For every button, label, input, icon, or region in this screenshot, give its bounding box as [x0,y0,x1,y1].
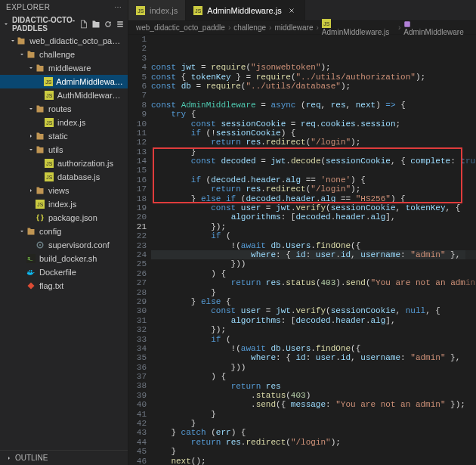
file-item[interactable]: $_build_docker.sh [0,252,128,265]
line-number: 18 [128,194,147,203]
code-line[interactable]: return res [151,382,476,391]
code-line[interactable]: if ( [151,335,476,344]
code-line[interactable]: if (!sessionCookie) { [151,129,476,138]
file-item[interactable]: JSindex.js [0,197,128,211]
file-item[interactable]: flag.txt [0,279,128,293]
code-line[interactable]: where: { id: user.id, username: "admin" … [151,250,476,259]
chevron-down-icon [27,106,35,112]
code-line[interactable]: return res.redirect("/login"); [151,138,476,147]
breadcrumb-item[interactable]: web_didactic_octo_paddle [136,23,225,32]
line-number: 33 [128,335,147,344]
code-line[interactable]: } catch (err) { [151,428,476,437]
code-line[interactable]: algorithms: [decoded.header.alg], [151,212,476,222]
file-item[interactable]: JSindex.js [0,116,128,129]
file-item[interactable]: JSAuthMiddleware.js [0,88,128,102]
code-line[interactable]: } [151,288,476,297]
code-line[interactable]: const jwt = require("jsonwebtoken"); [151,63,476,72]
more-icon[interactable]: ⋯ [114,3,122,11]
code-content[interactable]: const jwt = require("jsonwebtoken");cons… [151,35,476,465]
code-line[interactable]: .status(403) [151,391,476,400]
code-line[interactable]: return res.redirect("/login"); [151,184,476,194]
new-file-icon[interactable] [79,20,88,29]
breadcrumb-item[interactable]: JSAdminMiddleware.js [322,19,395,36]
minimap[interactable] [465,35,476,465]
code-line[interactable]: } [151,410,476,419]
code-line[interactable]: if (decoded.header.alg == 'none') { [151,175,476,184]
folder-item[interactable]: utils [0,143,128,157]
close-icon[interactable] [286,5,297,16]
folder-item[interactable]: challenge [0,48,128,61]
file-item[interactable]: Dockerfile [0,265,128,279]
code-line[interactable]: const sessionCookie = req.cookies.sessio… [151,119,476,129]
code-line[interactable]: ) { [151,269,476,278]
code-line[interactable]: where: { id: user.id, username: "admin" … [151,353,476,362]
folder-icon [17,36,27,46]
code-line[interactable]: return res.redirect("/login"); [151,438,476,447]
folder-icon [26,49,36,60]
tree-item-label: middleware [48,64,91,73]
code-line[interactable] [151,91,476,100]
line-number: 10 [128,119,147,129]
code-line[interactable]: const db = require("../utils/database"); [151,82,476,91]
collapse-icon[interactable] [116,20,125,29]
line-number: 40 [128,400,147,409]
file-item[interactable]: package.json [0,211,128,225]
breadcrumb-item[interactable]: challenge [233,23,266,32]
code-line[interactable]: const AdminMiddleware = async (req, res,… [151,101,476,110]
svg-text:$_: $_ [28,256,33,261]
breadcrumb-item[interactable]: AdminMiddleware [403,19,468,36]
file-item[interactable]: JSauthorization.js [0,157,128,170]
folder-item[interactable]: middleware [0,61,128,75]
refresh-icon[interactable] [104,20,113,29]
file-item[interactable]: supervisord.conf [0,238,128,252]
outline-section[interactable]: OUTLINE [0,450,128,465]
code-line[interactable]: ) { [151,372,476,381]
breadcrumb-item[interactable]: middleware [274,23,313,32]
code-line[interactable]: const user = jwt.verify(sessionCookie, t… [151,203,476,212]
code-line[interactable]: .send({ message: "You are not an admin" … [151,400,476,409]
code-line[interactable]: }); [151,325,476,334]
line-number: 42 [128,419,147,428]
code-line[interactable]: } else if (decoded.header.alg == "HS256"… [151,194,476,203]
code-line[interactable]: const user = jwt.verify(sessionCookie, n… [151,306,476,315]
json-icon [35,212,45,223]
code-line[interactable]: }); [151,222,476,231]
code-line[interactable]: !(await db.Users.findOne({ [151,344,476,353]
folder-item[interactable]: config [0,225,128,238]
code-line[interactable]: algorithms: [decoded.header.alg], [151,316,476,325]
code-line[interactable]: !(await db.Users.findOne({ [151,241,476,250]
code-line[interactable] [151,166,476,175]
code-line[interactable]: if ( [151,231,476,240]
line-number: 16 [128,175,147,184]
project-root-header[interactable]: DIDACTIC-OCTO-PADDLES [0,14,128,34]
file-item[interactable]: JSdatabase.js [0,170,128,184]
code-line[interactable]: } [151,147,476,157]
code-line[interactable]: } [151,447,476,456]
editor-tab[interactable]: JSindex.js [128,0,186,20]
new-folder-icon[interactable] [91,20,100,29]
breadcrumbs[interactable]: web_didactic_octo_paddle›challenge›middl… [128,21,476,35]
chevron-right-icon [6,455,12,461]
code-line[interactable]: const decoded = jwt.decode(sessionCookie… [151,157,476,166]
editor-tab[interactable]: JSAdminMiddleware.js [186,0,304,20]
folder-item[interactable]: views [0,184,128,197]
code-line[interactable]: })) [151,259,476,268]
folder-item[interactable]: routes [0,102,128,116]
line-number: 20 [128,212,147,222]
folder-item[interactable]: static [0,129,128,143]
code-line[interactable]: next(); [151,457,476,465]
editor-area: JSindex.jsJSAdminMiddleware.js web_didac… [128,0,476,465]
tab-label: index.js [150,6,178,15]
code-editor[interactable]: 1234567891011121314151617181920212223242… [128,35,476,465]
svg-rect-22 [404,21,410,27]
code-line[interactable]: try { [151,110,476,119]
file-item[interactable]: JSAdminMiddleware.js [0,75,128,88]
code-line[interactable]: })) [151,363,476,372]
code-line[interactable]: const { tokenKey } = require("../utils/a… [151,73,476,82]
function-icon [403,20,411,28]
folder-item[interactable]: web_didactic_octo_paddle [0,34,128,48]
code-line[interactable]: } else { [151,297,476,306]
line-number: 27 [128,278,147,287]
code-line[interactable]: return res.status(403).send("You are not… [151,278,476,287]
code-line[interactable]: } [151,419,476,428]
